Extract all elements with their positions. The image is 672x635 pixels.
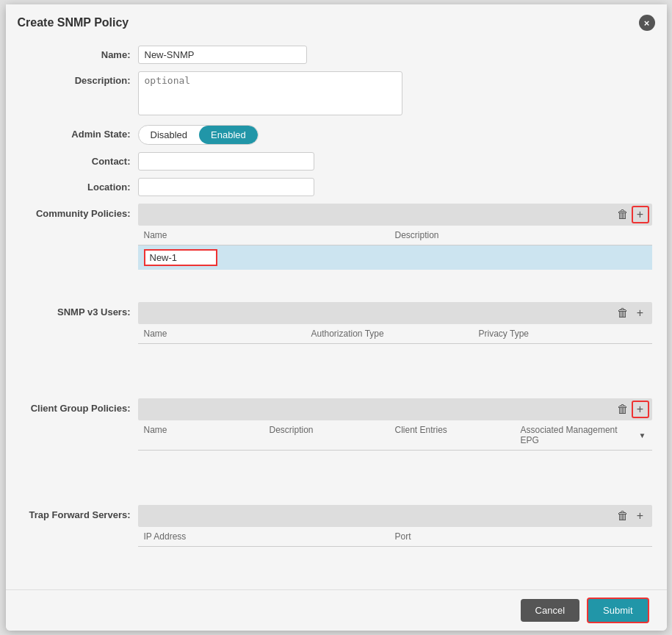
description-textarea[interactable] <box>138 71 402 115</box>
delete-icon: 🗑 <box>617 306 629 320</box>
description-row: Description: <box>21 71 652 118</box>
location-input[interactable] <box>138 178 314 196</box>
name-label: Name: <box>21 46 138 60</box>
assoc-mgmt-label: Associated Management EPG <box>521 425 636 445</box>
community-row-name: New-1 <box>144 249 395 266</box>
community-row-1: New-1 <box>138 245 652 270</box>
community-policies-label: Community Policies: <box>21 204 138 219</box>
admin-state-row: Admin State: Disabled Enabled <box>21 125 652 145</box>
chevron-down-icon: ▼ <box>639 431 646 440</box>
description-label: Description: <box>21 71 138 86</box>
snmp-v3-label: SNMP v3 Users: <box>21 302 138 318</box>
create-snmp-dialog: Create SNMP Policy × Name: Description: … <box>6 4 667 631</box>
delete-icon: 🗑 <box>617 509 629 523</box>
cancel-button[interactable]: Cancel <box>521 599 579 622</box>
location-control <box>138 178 652 196</box>
assoc-col-with-arrow: Associated Management EPG ▼ <box>521 425 646 445</box>
community-empty-area <box>138 270 652 292</box>
contact-control <box>138 152 652 171</box>
client-group-add-button[interactable]: + <box>632 401 649 418</box>
trap-delete-button[interactable]: 🗑 <box>614 507 632 525</box>
admin-state-toggle: Disabled Enabled <box>138 125 259 145</box>
community-table-header: Name Description <box>138 226 652 245</box>
name-input[interactable] <box>138 46 307 64</box>
admin-state-control: Disabled Enabled <box>138 125 652 145</box>
client-group-table-header: Name Description Client Entries Associat… <box>138 420 652 451</box>
trap-forward-label: Trap Forward Servers: <box>21 505 138 520</box>
snmp-v3-table-header: Name Authorization Type Privacy Type <box>138 324 652 344</box>
form-area: Name: Description: Admin State: Disabled… <box>6 38 667 576</box>
disabled-toggle[interactable]: Disabled <box>139 126 200 144</box>
snmp-v3-add-button[interactable]: + <box>632 304 649 322</box>
community-delete-button[interactable]: 🗑 <box>614 206 632 223</box>
client-group-col-assoc: Associated Management EPG ▼ <box>521 425 646 445</box>
enabled-toggle[interactable]: Enabled <box>199 126 258 144</box>
contact-label: Contact: <box>21 152 138 167</box>
trap-forward-toolbar: 🗑 + <box>138 505 652 527</box>
trap-empty-area <box>138 547 652 576</box>
client-group-content: 🗑 + Name Description Client Entries Asso… <box>138 398 652 495</box>
client-group-col-entries: Client Entries <box>395 425 521 445</box>
dialog-header: Create SNMP Policy × <box>6 4 667 38</box>
trap-forward-section: Trap Forward Servers: 🗑 + IP Address Por… <box>21 505 652 576</box>
location-row: Location: <box>21 178 652 196</box>
contact-input[interactable] <box>138 152 314 171</box>
community-policies-section: Community Policies: 🗑 + Name Description… <box>21 204 652 292</box>
snmp-v3-col-privacy: Privacy Type <box>479 329 646 339</box>
trap-col-ip: IP Address <box>144 531 395 542</box>
client-group-col-name: Name <box>144 425 270 445</box>
community-row-name-value: New-1 <box>144 249 217 266</box>
name-row: Name: <box>21 46 652 64</box>
snmp-v3-delete-button[interactable]: 🗑 <box>614 304 632 322</box>
client-group-empty-area <box>138 451 652 495</box>
community-col-description: Description <box>395 230 646 240</box>
close-button[interactable]: × <box>639 15 655 31</box>
trap-forward-content: 🗑 + IP Address Port <box>138 505 652 576</box>
client-group-delete-button[interactable]: 🗑 <box>614 401 632 418</box>
snmp-v3-empty-area <box>138 344 652 388</box>
snmp-v3-col-name: Name <box>144 329 311 339</box>
submit-button[interactable]: Submit <box>587 598 648 623</box>
community-policies-toolbar: 🗑 + <box>138 204 652 226</box>
trap-table-header: IP Address Port <box>138 527 652 547</box>
client-group-policies-section: Client Group Policies: 🗑 + Name Descript… <box>21 398 652 495</box>
trap-col-port: Port <box>395 531 646 542</box>
delete-icon: 🗑 <box>617 208 629 221</box>
snmp-v3-col-auth: Authorization Type <box>311 329 479 339</box>
snmp-v3-toolbar: 🗑 + <box>138 302 652 324</box>
client-group-toolbar: 🗑 + <box>138 398 652 420</box>
snmp-v3-users-section: SNMP v3 Users: 🗑 + Name Authorization Ty… <box>21 302 652 388</box>
name-control <box>138 46 652 64</box>
location-label: Location: <box>21 178 138 193</box>
community-col-name: Name <box>144 230 395 240</box>
description-control <box>138 71 652 118</box>
dialog-title: Create SNMP Policy <box>18 16 129 29</box>
dialog-footer: Cancel Submit <box>6 589 667 631</box>
trap-add-button[interactable]: + <box>632 507 649 525</box>
admin-state-label: Admin State: <box>21 125 138 140</box>
snmp-v3-content: 🗑 + Name Authorization Type Privacy Type <box>138 302 652 388</box>
client-group-label: Client Group Policies: <box>21 398 138 414</box>
community-policies-content: 🗑 + Name Description New-1 <box>138 204 652 292</box>
client-group-col-desc: Description <box>270 425 395 445</box>
delete-icon: 🗑 <box>617 403 629 416</box>
contact-row: Contact: <box>21 152 652 171</box>
community-add-button[interactable]: + <box>632 206 649 223</box>
